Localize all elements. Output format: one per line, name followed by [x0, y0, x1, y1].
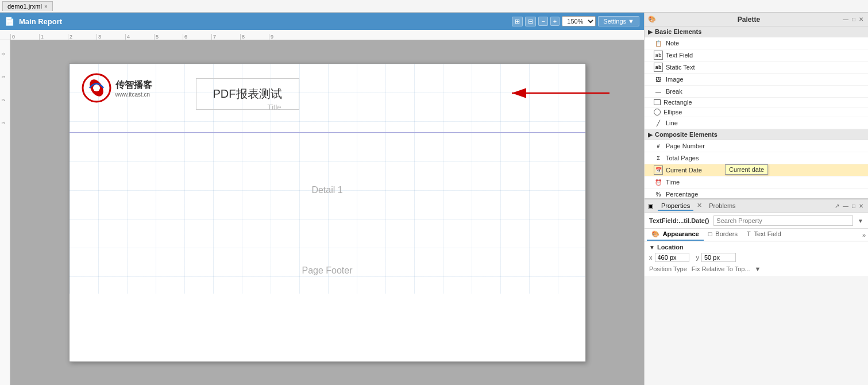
logo-container: 传智播客 www.itcast.cn	[81, 72, 161, 107]
title-band: 传智播客 www.itcast.cn PDF报表测试 Title	[70, 64, 585, 133]
textfield-tab[interactable]: T Text Field	[742, 229, 786, 241]
settings-dropdown-icon: ▼	[628, 18, 634, 25]
rectangle-icon	[654, 99, 661, 105]
fit-page-button[interactable]: ⊞	[512, 17, 523, 26]
break-label: Break	[666, 88, 682, 95]
location-label: Location	[657, 244, 684, 251]
zoom-out-button[interactable]: −	[538, 17, 547, 26]
properties-field-header: TextField:...til.Date() ▼	[645, 213, 868, 229]
search-dropdown-icon[interactable]: ▼	[858, 218, 863, 224]
palette-section: 🎨 Palette — □ ✕ ▶ Basic Elements 📋 Note	[645, 13, 868, 199]
logo-inner: 传智播客 www.itcast.cn	[81, 72, 161, 104]
ellipse-icon	[654, 109, 661, 116]
logo-text: 传智播客 www.itcast.cn	[115, 79, 152, 98]
palette-item-currentdate[interactable]: 📅 Current Date Current date	[645, 164, 868, 176]
location-fields: x y	[649, 253, 863, 262]
palette-min-button[interactable]: —	[842, 16, 850, 22]
title-band-label: Title	[268, 103, 281, 111]
fit-width-button[interactable]: ⊟	[525, 17, 536, 26]
y-input[interactable]	[701, 253, 736, 262]
detail-band: Detail 1	[70, 133, 585, 248]
time-label: Time	[666, 179, 680, 186]
field-name: TextField:...til.Date()	[649, 217, 709, 224]
palette-item-ellipse[interactable]: Ellipse	[645, 107, 868, 117]
report-title-icon: 📄	[5, 17, 14, 26]
note-icon: 📋	[654, 38, 663, 48]
svg-point-2	[93, 84, 100, 91]
palette-item-rectangle[interactable]: Rectangle	[645, 98, 868, 107]
appearance-tabs: 🎨 Appearance □ Borders T Text Field »	[645, 229, 868, 241]
line-label: Line	[666, 120, 678, 126]
ellipse-label: Ellipse	[663, 109, 682, 116]
settings-button[interactable]: Settings ▼	[598, 16, 639, 26]
basic-elements-label: Basic Elements	[655, 28, 701, 35]
palette-item-textfield[interactable]: ab Text Field	[645, 49, 868, 61]
x-input[interactable]	[655, 253, 689, 262]
borders-tab-icon: □	[708, 230, 712, 237]
tab-bar: demo1.jrxml ×	[0, 0, 868, 13]
y-field: y	[696, 253, 736, 262]
currentdate-icon: 📅	[654, 165, 663, 175]
basic-elements-header: ▶ Basic Elements	[645, 26, 868, 37]
palette-item-totalpages[interactable]: Σ Total Pages	[645, 152, 868, 164]
statictext-icon: ab	[654, 63, 663, 72]
palette-controls: — □ ✕	[842, 16, 865, 22]
line-icon: ╱	[654, 118, 663, 128]
percentage-label: Percentage	[666, 191, 698, 198]
pagenumber-icon: #	[654, 141, 663, 151]
prop-controls: ↗ — □ ✕	[834, 203, 865, 209]
borders-tab[interactable]: □ Borders	[704, 229, 742, 241]
prop-min-button[interactable]: —	[842, 203, 850, 209]
textfield-icon: ab	[654, 51, 663, 60]
currentdate-tooltip: Current date	[725, 164, 768, 175]
vertical-ruler: 0 1 2 3	[0, 40, 10, 385]
palette-restore-button[interactable]: □	[851, 16, 857, 22]
palette-item-image[interactable]: 🖼 Image	[645, 74, 868, 86]
composite-elements-label: Composite Elements	[655, 131, 717, 138]
logo-svg	[81, 72, 113, 104]
palette-item-time[interactable]: ⏰ Time	[645, 176, 868, 188]
composite-elements-header: ▶ Composite Elements	[645, 129, 868, 140]
toolbar-right: ⊞ ⊟ − + 50% 75% 100% 125% 150% 200% Sett…	[512, 16, 639, 26]
palette-item-note[interactable]: 📋 Note	[645, 37, 868, 49]
palette-item-percentage[interactable]: % Percentage	[645, 188, 868, 199]
footer-band: Page Footer	[70, 248, 585, 294]
left-panel: 📄 Main Report ⊞ ⊟ − + 50% 75% 100% 125% …	[0, 13, 644, 385]
logo-cn-text: 传智播客	[115, 79, 152, 91]
search-property-input[interactable]	[713, 215, 853, 226]
prop-close-button[interactable]: ✕	[858, 203, 865, 209]
palette-item-break[interactable]: — Break	[645, 86, 868, 98]
close-tab-icon[interactable]: ×	[44, 3, 48, 10]
problems-tab[interactable]: Problems	[705, 202, 739, 211]
image-label: Image	[666, 76, 684, 83]
prop-restore-button[interactable]: □	[851, 203, 857, 209]
pagenumber-label: Page Number	[666, 143, 705, 149]
canvas-area: 传智播客 www.itcast.cn PDF报表测试 Title	[10, 40, 644, 385]
totalpages-label: Total Pages	[666, 155, 699, 161]
location-section: ▼ Location x y Position Type Fix Relativ	[645, 241, 868, 276]
properties-header: ▣ Properties ✕ Problems ↗ — □ ✕	[645, 199, 868, 213]
zoom-select[interactable]: 50% 75% 100% 125% 150% 200%	[562, 16, 596, 26]
title-box[interactable]: PDF报表测试	[196, 78, 299, 110]
composite-expand-icon: ▶	[648, 132, 653, 138]
tooltip-text: Current date	[729, 166, 764, 173]
logo-url: www.itcast.cn	[115, 91, 152, 98]
title-text: PDF报表测试	[213, 86, 282, 102]
zoom-in-button[interactable]: +	[550, 17, 560, 26]
report-title: Main Report	[19, 17, 507, 26]
palette-item-line[interactable]: ╱ Line	[645, 117, 868, 129]
file-tab[interactable]: demo1.jrxml ×	[2, 1, 53, 11]
file-tab-label: demo1.jrxml	[7, 3, 42, 10]
date-field-wrapper: new java.util.Date()	[422, 80, 511, 106]
prop-export-button[interactable]: ↗	[834, 203, 840, 209]
right-panel: 🎨 Palette — □ ✕ ▶ Basic Elements 📋 Note	[644, 13, 868, 385]
tabs-more-button[interactable]: »	[862, 229, 866, 241]
expand-icon: ▶	[648, 29, 653, 35]
appearance-tab[interactable]: 🎨 Appearance	[647, 229, 704, 241]
palette-item-pagenumber[interactable]: # Page Number	[645, 140, 868, 152]
report-page: 传智播客 www.itcast.cn PDF报表测试 Title	[69, 63, 586, 362]
palette-close-button[interactable]: ✕	[858, 16, 865, 22]
properties-tab[interactable]: Properties	[658, 202, 693, 211]
palette-item-statictext[interactable]: ab Static Text	[645, 61, 868, 74]
rectangle-label: Rectangle	[663, 99, 692, 106]
